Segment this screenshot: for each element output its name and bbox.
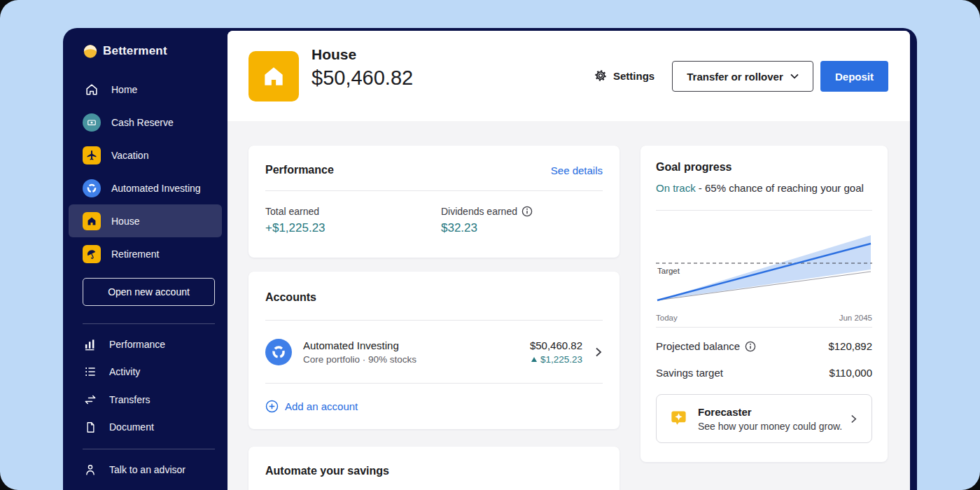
projected-balance-label: Projected balance <box>656 340 740 352</box>
dividends-earned-label: Dividends earned <box>441 206 517 217</box>
axis-end-label: Jun 2045 <box>839 314 872 322</box>
sidebar-item-label: Document <box>109 421 154 433</box>
transfer-arrows-icon <box>83 391 98 409</box>
sidebar-item-activity[interactable]: Activity <box>63 358 227 386</box>
projected-balance-value: $120,892 <box>828 340 872 352</box>
page-title: House <box>312 46 356 63</box>
forecaster-text: Forecaster See how your money could grow… <box>698 406 850 432</box>
card-title: Performance <box>265 164 334 176</box>
goal-house-icon <box>248 51 299 102</box>
sidebar-item-label: Transfers <box>109 394 150 405</box>
divider <box>656 327 872 328</box>
sidebar-item-retirement[interactable]: Retirement <box>69 237 222 270</box>
settings-label: Settings <box>613 70 654 82</box>
sidebar-item-transfers[interactable]: Transfers <box>63 386 227 414</box>
performance-card: Performance See details Total earned +$1… <box>248 146 620 258</box>
divider <box>656 210 872 211</box>
savings-target-row: Savings target $110,000 <box>656 367 872 379</box>
gain-up-triangle-icon <box>531 357 537 362</box>
chart-x-axis: Today Jun 2045 <box>656 314 872 322</box>
total-earned-label: Total earned <box>265 206 326 217</box>
info-icon[interactable] <box>522 206 533 217</box>
chevron-right-icon <box>850 414 858 424</box>
document-icon <box>83 418 98 436</box>
umbrella-icon <box>83 245 101 263</box>
card-title: Goal progress <box>656 161 732 174</box>
main-content: House $50,460.82 Settings Transfer or ro… <box>227 31 910 490</box>
savings-target-label: Savings target <box>656 367 723 379</box>
sidebar-item-label: Retirement <box>111 248 159 260</box>
sidebar-divider <box>83 323 215 324</box>
sidebar-item-label: Automated Investing <box>111 183 201 194</box>
betterment-app-window: Betterment Home <box>63 28 917 490</box>
card-title: Automate your savings <box>265 465 389 477</box>
automated-investing-icon <box>265 339 292 365</box>
status-badge: On track <box>656 182 696 194</box>
goal-status: On track - 65% chance of reaching your g… <box>656 182 864 194</box>
divider <box>265 320 603 321</box>
bar-chart-icon <box>83 335 98 354</box>
sidebar-item-home[interactable]: Home <box>69 73 222 106</box>
add-account-button[interactable]: Add an account <box>265 400 358 413</box>
sidebar-item-label: House <box>111 216 139 227</box>
forecaster-sparkle-icon <box>669 408 688 430</box>
forecaster-subtitle: See how your money could grow. <box>698 421 850 432</box>
sidebar-item-label: Activity <box>109 366 140 377</box>
advisor-section: Talk to an advisor <box>63 456 227 484</box>
brand-name: Betterment <box>103 44 167 58</box>
goal-nav: Home Cash Reserve <box>63 73 227 270</box>
plane-icon <box>83 146 101 164</box>
projected-balance-row: Projected balance $120,892 <box>656 340 872 352</box>
betterment-logo[interactable]: Betterment <box>83 43 167 59</box>
savings-target-value: $110,000 <box>830 367 872 379</box>
see-details-link[interactable]: See details <box>551 164 603 176</box>
list-icon <box>83 363 98 381</box>
goal-balance: $50,460.82 <box>312 66 413 90</box>
house-icon <box>83 212 101 230</box>
home-icon <box>83 80 101 99</box>
account-info: Automated Investing Core portfolio · 90%… <box>303 340 530 365</box>
cash-icon <box>83 113 101 132</box>
account-balance: $50,460.82 <box>530 340 582 351</box>
add-account-label: Add an account <box>285 400 358 412</box>
forecaster-button[interactable]: Forecaster See how your money could grow… <box>656 394 872 443</box>
account-name: Automated Investing <box>303 340 530 351</box>
sidebar-item-label: Vacation <box>111 150 148 161</box>
sidebar-item-label: Talk to an advisor <box>109 464 186 475</box>
transfer-label: Transfer or rollover <box>687 71 783 83</box>
info-icon[interactable] <box>745 341 756 352</box>
auto-invest-icon <box>83 179 101 197</box>
sidebar-item-talk-to-advisor[interactable]: Talk to an advisor <box>63 456 227 484</box>
sidebar: Betterment Home <box>63 28 227 490</box>
card-title: Accounts <box>265 291 316 304</box>
accounts-card: Accounts Automated Investing Core portfo… <box>248 272 620 429</box>
sidebar-item-performance[interactable]: Performance <box>63 330 227 358</box>
projection-chart: Target <box>656 216 872 311</box>
total-earned-value: +$1,225.23 <box>265 221 326 235</box>
chevron-down-icon <box>790 74 799 79</box>
account-values: $50,460.82 $1,225.23 <box>530 340 582 365</box>
divider <box>265 190 603 191</box>
target-label: Target <box>657 267 680 275</box>
goal-progress-card: Goal progress On track - 65% chance of r… <box>640 146 888 462</box>
advisor-person-icon <box>83 461 98 479</box>
chevron-right-icon <box>595 346 603 358</box>
automate-savings-card: Automate your savings <box>248 447 620 490</box>
sidebar-item-vacation[interactable]: Vacation <box>69 139 222 172</box>
sidebar-item-house[interactable]: House <box>69 204 222 237</box>
sidebar-item-automated-investing[interactable]: Automated Investing <box>69 172 222 204</box>
sidebar-item-label: Home <box>111 84 137 95</box>
account-menu: Performance Activity <box>63 330 227 441</box>
account-row-automated-investing[interactable]: Automated Investing Core portfolio · 90%… <box>265 333 603 371</box>
sidebar-item-label: Cash Reserve <box>111 117 174 128</box>
open-new-account-button[interactable]: Open new account <box>83 278 215 306</box>
betterment-logo-icon <box>83 43 98 59</box>
settings-button[interactable]: Settings <box>594 69 654 83</box>
sidebar-item-document[interactable]: Document <box>63 414 227 442</box>
plus-circle-icon <box>265 400 279 413</box>
sidebar-item-cash-reserve[interactable]: Cash Reserve <box>69 106 222 139</box>
deposit-button[interactable]: Deposit <box>820 61 888 92</box>
desktop-background: Betterment Home <box>0 0 980 490</box>
total-earned-stat: Total earned +$1,225.23 <box>265 206 326 235</box>
transfer-or-rollover-button[interactable]: Transfer or rollover <box>672 61 813 92</box>
